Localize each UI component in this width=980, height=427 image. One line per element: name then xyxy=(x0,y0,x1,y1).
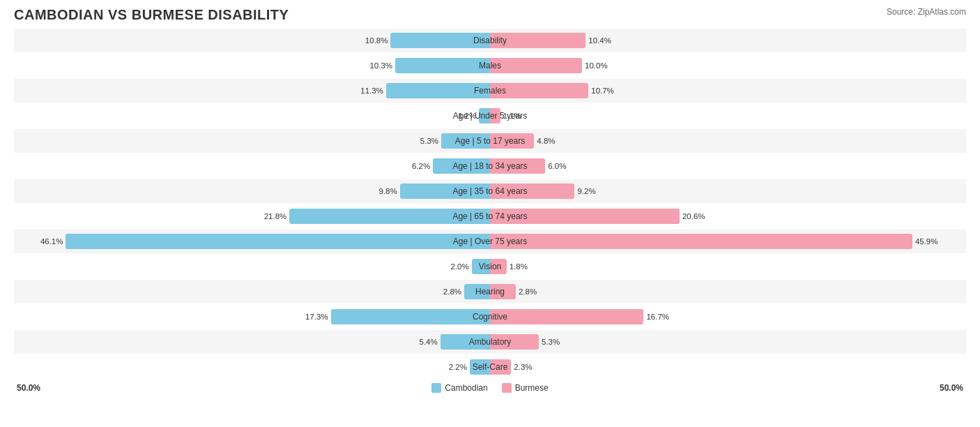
left-value: 5.4% xyxy=(420,338,438,346)
bar-label: Males xyxy=(479,61,501,70)
bar-row: 10.8%10.4%Disability xyxy=(14,29,966,52)
left-section: 11.3% xyxy=(14,79,490,103)
bar-label: Age | Under 5 years xyxy=(453,111,528,121)
right-value: 6.0% xyxy=(548,162,566,170)
chart-header: CAMBODIAN VS BURMESE DISABILITY Source: … xyxy=(14,7,966,23)
footer-right-label: 50.0% xyxy=(940,383,963,393)
left-value: 17.3% xyxy=(305,313,328,321)
bar-label: Disability xyxy=(473,36,507,45)
left-value: 6.2% xyxy=(412,162,430,170)
right-section: 16.7% xyxy=(490,305,966,329)
right-section: 5.3% xyxy=(490,330,966,354)
bar-label: Age | Over 75 years xyxy=(453,237,528,246)
bar-row: 5.4%5.3%Ambulatory xyxy=(14,330,966,354)
bar-row: 17.3%16.7%Cognitive xyxy=(14,305,966,329)
right-section: 2.3% xyxy=(490,355,966,379)
right-section: 2.8% xyxy=(490,280,966,304)
left-section: 9.8% xyxy=(14,179,490,203)
rows-container: 10.8%10.4%Disability10.3%10.0%Males11.3%… xyxy=(14,29,966,379)
right-value: 1.8% xyxy=(510,262,528,271)
right-section: 20.6% xyxy=(490,204,966,228)
bar-label: Age | 35 to 64 years xyxy=(452,186,527,196)
right-value: 4.8% xyxy=(537,137,555,145)
cambodian-legend-label: Cambodian xyxy=(445,383,487,393)
right-section: 1.8% xyxy=(490,255,966,278)
left-section: 5.3% xyxy=(14,129,490,153)
bar-label: Cognitive xyxy=(473,312,507,322)
right-value: 9.2% xyxy=(577,187,595,195)
left-section: 2.8% xyxy=(14,280,490,304)
chart-footer: 50.0% Cambodian Burmese 50.0% xyxy=(14,383,966,393)
bar-row: 11.3%10.7%Females xyxy=(14,79,966,103)
source-text: Source: ZipAtlas.com xyxy=(887,7,966,17)
right-value: 16.7% xyxy=(646,313,669,321)
left-value: 10.8% xyxy=(365,36,388,45)
right-section: 4.8% xyxy=(490,129,966,153)
burmese-bar xyxy=(490,58,582,73)
legend-item-burmese: Burmese xyxy=(502,383,549,393)
right-value: 10.7% xyxy=(591,87,614,95)
left-value: 5.3% xyxy=(420,137,438,145)
bar-label: Vision xyxy=(479,262,501,271)
right-section: 10.4% xyxy=(490,29,966,52)
left-section: 46.1% xyxy=(14,230,490,253)
left-section: 6.2% xyxy=(14,154,490,178)
left-section: 1.2% xyxy=(14,104,490,128)
right-value: 10.0% xyxy=(585,61,608,70)
right-value: 20.6% xyxy=(682,212,705,220)
burmese-legend-label: Burmese xyxy=(515,383,549,393)
cambodian-bar xyxy=(395,58,490,73)
bar-label: Females xyxy=(474,86,506,96)
right-value: 10.4% xyxy=(588,36,611,45)
footer-left-label: 50.0% xyxy=(17,383,40,393)
bar-row: 21.8%20.6%Age | 65 to 74 years xyxy=(14,204,966,228)
right-section: 10.7% xyxy=(490,79,966,103)
left-section: 2.0% xyxy=(14,255,490,278)
left-value: 11.3% xyxy=(360,87,383,95)
left-value: 46.1% xyxy=(40,237,63,246)
left-value: 2.0% xyxy=(450,262,468,271)
bar-label: Age | 5 to 17 years xyxy=(455,136,526,146)
bar-label: Age | 65 to 74 years xyxy=(452,211,527,221)
left-value: 2.2% xyxy=(449,363,467,371)
cambodian-bar xyxy=(66,234,490,249)
cambodian-bar xyxy=(331,309,490,324)
burmese-bar xyxy=(490,234,912,249)
right-section: 45.9% xyxy=(490,230,966,253)
bar-row: 2.0%1.8%Vision xyxy=(14,255,966,278)
bar-row: 2.8%2.8%Hearing xyxy=(14,280,966,304)
bar-row: 1.2%1.1%Age | Under 5 years xyxy=(14,104,966,128)
left-section: 2.2% xyxy=(14,355,490,379)
left-value: 21.8% xyxy=(264,212,287,220)
bar-row: 5.3%4.8%Age | 5 to 17 years xyxy=(14,129,966,153)
bar-row: 46.1%45.9%Age | Over 75 years xyxy=(14,230,966,253)
chart-title: CAMBODIAN VS BURMESE DISABILITY xyxy=(14,7,289,23)
chart-wrapper: 10.8%10.4%Disability10.3%10.0%Males11.3%… xyxy=(14,29,966,393)
left-value: 9.8% xyxy=(378,187,397,195)
bar-label: Hearing xyxy=(475,287,505,297)
left-section: 21.8% xyxy=(14,204,490,228)
right-section: 9.2% xyxy=(490,179,966,203)
bar-row: 2.2%2.3%Self-Care xyxy=(14,355,966,379)
right-section: 6.0% xyxy=(490,154,966,178)
left-value: 2.8% xyxy=(443,287,461,296)
bar-row: 10.3%10.0%Males xyxy=(14,54,966,77)
right-section: 1.1% xyxy=(490,104,966,128)
bar-label: Age | 18 to 34 years xyxy=(452,161,527,171)
burmese-color-box xyxy=(502,383,512,393)
burmese-bar xyxy=(490,309,643,324)
bar-label: Self-Care xyxy=(473,362,508,372)
right-value: 2.8% xyxy=(519,287,537,296)
left-section: 17.3% xyxy=(14,305,490,329)
bar-row: 9.8%9.2%Age | 35 to 64 years xyxy=(14,179,966,203)
left-section: 5.4% xyxy=(14,330,490,354)
bar-row: 6.2%6.0%Age | 18 to 34 years xyxy=(14,154,966,178)
right-section: 10.0% xyxy=(490,54,966,77)
right-value: 45.9% xyxy=(915,237,938,246)
right-value: 2.3% xyxy=(514,363,532,371)
bar-label: Ambulatory xyxy=(469,337,512,347)
legend: Cambodian Burmese xyxy=(431,383,548,393)
cambodian-color-box xyxy=(431,383,441,393)
left-value: 10.3% xyxy=(369,61,392,70)
right-value: 5.3% xyxy=(542,338,560,346)
